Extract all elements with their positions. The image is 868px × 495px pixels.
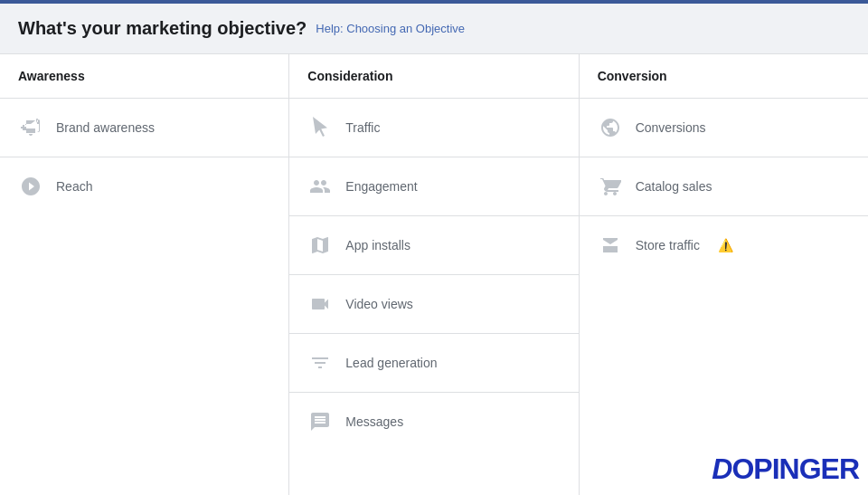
box-icon <box>307 233 333 258</box>
reach-item[interactable]: Reach <box>0 157 288 215</box>
catalog-sales-label: Catalog sales <box>636 179 712 194</box>
consideration-header: Consideration <box>289 54 578 99</box>
conversions-label: Conversions <box>636 120 706 135</box>
lead-generation-label: Lead generation <box>345 356 437 370</box>
engagement-label: Engagement <box>345 179 417 194</box>
messages-label: Messages <box>345 414 403 429</box>
people-icon <box>307 174 333 199</box>
help-link[interactable]: Help: Choosing an Objective <box>316 22 465 35</box>
traffic-item[interactable]: Traffic <box>289 99 578 157</box>
reach-label: Reach <box>56 179 92 194</box>
watermark-text: OPINGER <box>731 452 859 486</box>
warning-icon: ⚠️ <box>718 238 733 252</box>
reach-icon <box>18 174 43 199</box>
megaphone-icon <box>18 115 43 140</box>
store-traffic-item[interactable]: Store traffic ⚠️ <box>580 216 868 274</box>
video-views-label: Video views <box>345 297 412 311</box>
store-icon <box>598 233 623 258</box>
watermark-slash: D <box>712 452 731 486</box>
awareness-column: Awareness Brand awareness Reach <box>0 54 289 495</box>
traffic-label: Traffic <box>345 120 380 135</box>
main-content: Awareness Brand awareness Reach Consider… <box>0 54 868 495</box>
brand-awareness-item[interactable]: Brand awareness <box>0 99 288 157</box>
page-title: What's your marketing objective? <box>18 18 307 39</box>
page-header: What's your marketing objective? Help: C… <box>0 4 868 54</box>
cursor-icon <box>307 115 333 140</box>
funnel-icon <box>307 350 333 376</box>
cart-icon <box>598 174 623 199</box>
catalog-sales-item[interactable]: Catalog sales <box>580 157 868 216</box>
conversion-column: Conversion Conversions Catalog sales <box>580 54 868 495</box>
video-views-item[interactable]: Video views <box>289 275 578 334</box>
store-traffic-label: Store traffic <box>636 238 700 252</box>
brand-awareness-label: Brand awareness <box>56 120 155 135</box>
video-icon <box>307 291 333 317</box>
watermark: D OPINGER <box>712 452 859 486</box>
globe-icon <box>598 115 623 140</box>
awareness-header: Awareness <box>0 54 288 99</box>
chat-icon <box>307 409 333 434</box>
consideration-column: Consideration Traffic Engagement <box>289 54 579 495</box>
messages-item[interactable]: Messages <box>289 393 578 451</box>
lead-generation-item[interactable]: Lead generation <box>289 334 578 393</box>
app-installs-label: App installs <box>345 238 410 252</box>
conversions-item[interactable]: Conversions <box>580 99 868 157</box>
conversion-header: Conversion <box>580 54 868 99</box>
engagement-item[interactable]: Engagement <box>289 157 578 216</box>
app-installs-item[interactable]: App installs <box>289 216 578 275</box>
